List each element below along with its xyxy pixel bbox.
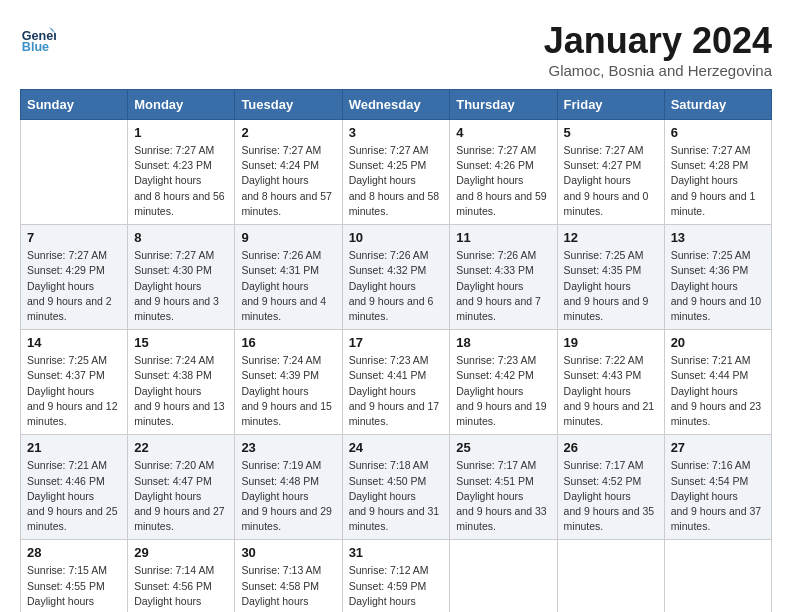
day-number: 27	[671, 440, 765, 455]
calendar-cell: 30Sunrise: 7:13 AMSunset: 4:58 PMDayligh…	[235, 540, 342, 612]
weekday-header: Saturday	[664, 90, 771, 120]
day-number: 9	[241, 230, 335, 245]
calendar-cell: 26Sunrise: 7:17 AMSunset: 4:52 PMDayligh…	[557, 435, 664, 540]
day-number: 24	[349, 440, 444, 455]
calendar-cell: 24Sunrise: 7:18 AMSunset: 4:50 PMDayligh…	[342, 435, 450, 540]
day-number: 22	[134, 440, 228, 455]
day-number: 7	[27, 230, 121, 245]
day-number: 10	[349, 230, 444, 245]
day-info: Sunrise: 7:25 AMSunset: 4:36 PMDaylight …	[671, 248, 765, 324]
day-info: Sunrise: 7:17 AMSunset: 4:51 PMDaylight …	[456, 458, 550, 534]
day-info: Sunrise: 7:21 AMSunset: 4:46 PMDaylight …	[27, 458, 121, 534]
day-info: Sunrise: 7:27 AMSunset: 4:29 PMDaylight …	[27, 248, 121, 324]
calendar-cell: 10Sunrise: 7:26 AMSunset: 4:32 PMDayligh…	[342, 225, 450, 330]
location: Glamoc, Bosnia and Herzegovina	[544, 62, 772, 79]
page-header: General Blue January 2024 Glamoc, Bosnia…	[20, 20, 772, 79]
calendar-week-row: 28Sunrise: 7:15 AMSunset: 4:55 PMDayligh…	[21, 540, 772, 612]
calendar-cell: 3Sunrise: 7:27 AMSunset: 4:25 PMDaylight…	[342, 120, 450, 225]
calendar-cell: 8Sunrise: 7:27 AMSunset: 4:30 PMDaylight…	[128, 225, 235, 330]
day-number: 6	[671, 125, 765, 140]
day-info: Sunrise: 7:16 AMSunset: 4:54 PMDaylight …	[671, 458, 765, 534]
day-number: 3	[349, 125, 444, 140]
day-number: 12	[564, 230, 658, 245]
calendar-cell: 28Sunrise: 7:15 AMSunset: 4:55 PMDayligh…	[21, 540, 128, 612]
weekday-header: Sunday	[21, 90, 128, 120]
calendar-cell: 31Sunrise: 7:12 AMSunset: 4:59 PMDayligh…	[342, 540, 450, 612]
calendar-cell: 5Sunrise: 7:27 AMSunset: 4:27 PMDaylight…	[557, 120, 664, 225]
day-number: 23	[241, 440, 335, 455]
day-number: 14	[27, 335, 121, 350]
day-info: Sunrise: 7:17 AMSunset: 4:52 PMDaylight …	[564, 458, 658, 534]
calendar-cell: 9Sunrise: 7:26 AMSunset: 4:31 PMDaylight…	[235, 225, 342, 330]
day-info: Sunrise: 7:27 AMSunset: 4:27 PMDaylight …	[564, 143, 658, 219]
day-info: Sunrise: 7:27 AMSunset: 4:28 PMDaylight …	[671, 143, 765, 219]
calendar-cell: 25Sunrise: 7:17 AMSunset: 4:51 PMDayligh…	[450, 435, 557, 540]
calendar-cell: 4Sunrise: 7:27 AMSunset: 4:26 PMDaylight…	[450, 120, 557, 225]
day-info: Sunrise: 7:23 AMSunset: 4:41 PMDaylight …	[349, 353, 444, 429]
day-info: Sunrise: 7:24 AMSunset: 4:38 PMDaylight …	[134, 353, 228, 429]
calendar-week-row: 14Sunrise: 7:25 AMSunset: 4:37 PMDayligh…	[21, 330, 772, 435]
day-info: Sunrise: 7:22 AMSunset: 4:43 PMDaylight …	[564, 353, 658, 429]
day-info: Sunrise: 7:24 AMSunset: 4:39 PMDaylight …	[241, 353, 335, 429]
calendar-cell	[450, 540, 557, 612]
day-info: Sunrise: 7:14 AMSunset: 4:56 PMDaylight …	[134, 563, 228, 612]
day-info: Sunrise: 7:27 AMSunset: 4:30 PMDaylight …	[134, 248, 228, 324]
calendar-cell	[21, 120, 128, 225]
day-info: Sunrise: 7:12 AMSunset: 4:59 PMDaylight …	[349, 563, 444, 612]
calendar-cell: 19Sunrise: 7:22 AMSunset: 4:43 PMDayligh…	[557, 330, 664, 435]
calendar-cell: 1Sunrise: 7:27 AMSunset: 4:23 PMDaylight…	[128, 120, 235, 225]
calendar-cell: 12Sunrise: 7:25 AMSunset: 4:35 PMDayligh…	[557, 225, 664, 330]
calendar-cell: 23Sunrise: 7:19 AMSunset: 4:48 PMDayligh…	[235, 435, 342, 540]
day-number: 29	[134, 545, 228, 560]
day-number: 15	[134, 335, 228, 350]
calendar-cell: 16Sunrise: 7:24 AMSunset: 4:39 PMDayligh…	[235, 330, 342, 435]
calendar-cell: 14Sunrise: 7:25 AMSunset: 4:37 PMDayligh…	[21, 330, 128, 435]
day-number: 1	[134, 125, 228, 140]
calendar-cell	[557, 540, 664, 612]
day-info: Sunrise: 7:26 AMSunset: 4:32 PMDaylight …	[349, 248, 444, 324]
day-number: 26	[564, 440, 658, 455]
day-info: Sunrise: 7:13 AMSunset: 4:58 PMDaylight …	[241, 563, 335, 612]
weekday-header: Thursday	[450, 90, 557, 120]
day-info: Sunrise: 7:25 AMSunset: 4:37 PMDaylight …	[27, 353, 121, 429]
day-info: Sunrise: 7:27 AMSunset: 4:23 PMDaylight …	[134, 143, 228, 219]
calendar-cell: 22Sunrise: 7:20 AMSunset: 4:47 PMDayligh…	[128, 435, 235, 540]
logo: General Blue	[20, 20, 56, 56]
day-info: Sunrise: 7:25 AMSunset: 4:35 PMDaylight …	[564, 248, 658, 324]
calendar-cell: 17Sunrise: 7:23 AMSunset: 4:41 PMDayligh…	[342, 330, 450, 435]
day-number: 18	[456, 335, 550, 350]
day-info: Sunrise: 7:18 AMSunset: 4:50 PMDaylight …	[349, 458, 444, 534]
day-number: 2	[241, 125, 335, 140]
day-number: 28	[27, 545, 121, 560]
calendar-table: SundayMondayTuesdayWednesdayThursdayFrid…	[20, 89, 772, 612]
svg-text:Blue: Blue	[22, 40, 49, 54]
calendar-week-row: 7Sunrise: 7:27 AMSunset: 4:29 PMDaylight…	[21, 225, 772, 330]
day-number: 30	[241, 545, 335, 560]
title-area: January 2024 Glamoc, Bosnia and Herzegov…	[544, 20, 772, 79]
day-number: 11	[456, 230, 550, 245]
calendar-week-row: 21Sunrise: 7:21 AMSunset: 4:46 PMDayligh…	[21, 435, 772, 540]
day-info: Sunrise: 7:19 AMSunset: 4:48 PMDaylight …	[241, 458, 335, 534]
calendar-cell: 6Sunrise: 7:27 AMSunset: 4:28 PMDaylight…	[664, 120, 771, 225]
weekday-header: Wednesday	[342, 90, 450, 120]
calendar-week-row: 1Sunrise: 7:27 AMSunset: 4:23 PMDaylight…	[21, 120, 772, 225]
weekday-header: Monday	[128, 90, 235, 120]
day-info: Sunrise: 7:27 AMSunset: 4:25 PMDaylight …	[349, 143, 444, 219]
calendar-cell	[664, 540, 771, 612]
day-info: Sunrise: 7:27 AMSunset: 4:24 PMDaylight …	[241, 143, 335, 219]
day-number: 5	[564, 125, 658, 140]
calendar-cell: 20Sunrise: 7:21 AMSunset: 4:44 PMDayligh…	[664, 330, 771, 435]
day-number: 19	[564, 335, 658, 350]
calendar-cell: 15Sunrise: 7:24 AMSunset: 4:38 PMDayligh…	[128, 330, 235, 435]
month-title: January 2024	[544, 20, 772, 62]
logo-icon: General Blue	[20, 20, 56, 56]
weekday-header-row: SundayMondayTuesdayWednesdayThursdayFrid…	[21, 90, 772, 120]
day-info: Sunrise: 7:26 AMSunset: 4:31 PMDaylight …	[241, 248, 335, 324]
calendar-cell: 18Sunrise: 7:23 AMSunset: 4:42 PMDayligh…	[450, 330, 557, 435]
calendar-cell: 11Sunrise: 7:26 AMSunset: 4:33 PMDayligh…	[450, 225, 557, 330]
day-info: Sunrise: 7:26 AMSunset: 4:33 PMDaylight …	[456, 248, 550, 324]
day-number: 21	[27, 440, 121, 455]
day-number: 8	[134, 230, 228, 245]
day-number: 20	[671, 335, 765, 350]
day-info: Sunrise: 7:15 AMSunset: 4:55 PMDaylight …	[27, 563, 121, 612]
